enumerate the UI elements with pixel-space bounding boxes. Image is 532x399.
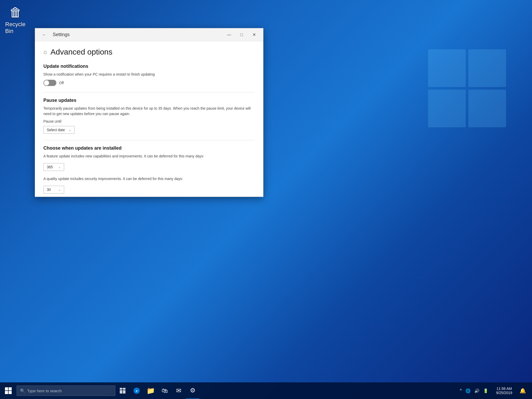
page-title: Advanced options: [50, 48, 112, 56]
pause-updates-heading: Pause updates: [43, 98, 255, 103]
task-view-button[interactable]: [116, 382, 129, 399]
maximize-button[interactable]: □: [236, 29, 248, 41]
title-bar: ← Settings — □ ✕: [35, 28, 263, 41]
divider-2: [43, 140, 255, 140]
title-bar-controls: — □ ✕: [223, 29, 260, 41]
window-title: Settings: [53, 32, 70, 37]
pause-until-label: Pause until: [43, 119, 255, 123]
feature-days-value: 365: [47, 165, 53, 169]
update-notifications-desc: Show a notification when your PC require…: [43, 72, 255, 77]
volume-icon[interactable]: 🔊: [473, 387, 481, 394]
section-choose-when: Choose when updates are installed A feat…: [43, 145, 255, 194]
recycle-bin-label: Recycle Bin: [5, 21, 26, 35]
quality-days-value: 30: [47, 188, 51, 192]
tray-chevron[interactable]: ^: [458, 387, 463, 394]
back-button[interactable]: ←: [38, 29, 50, 41]
search-placeholder: Type here to search: [27, 389, 112, 393]
notification-icon: 🔔: [520, 388, 526, 394]
store-button[interactable]: 🛍: [158, 382, 171, 399]
recycle-bin[interactable]: 🗑 Recycle Bin: [5, 5, 26, 35]
choose-when-heading: Choose when updates are installed: [43, 145, 255, 151]
svg-rect-4: [5, 387, 8, 390]
taskbar-right: ^ 🌐 🔊 🔋 11:56 AM 9/25/2019 🔔: [456, 382, 531, 399]
pause-until-value: Select date: [47, 128, 65, 132]
explorer-button[interactable]: 📁: [144, 382, 157, 399]
svg-rect-0: [428, 49, 466, 87]
pause-until-dropdown[interactable]: Select date ⌄: [43, 126, 75, 134]
clock[interactable]: 11:56 AM 9/25/2019: [493, 382, 515, 399]
pause-updates-desc: Temporarily pause updates from being ins…: [43, 106, 255, 117]
notification-button[interactable]: 🔔: [516, 382, 529, 399]
settings-taskbar-button[interactable]: ⚙: [186, 382, 200, 399]
settings-window: ← Settings — □ ✕ ⌂ Advanced options Upda…: [35, 28, 263, 197]
section-update-notifications: Update notifications Show a notification…: [43, 64, 255, 86]
svg-rect-10: [120, 390, 122, 394]
svg-rect-7: [9, 391, 12, 394]
svg-rect-8: [120, 388, 122, 390]
svg-rect-6: [5, 391, 8, 394]
notification-toggle-row: Off: [43, 80, 255, 86]
notification-toggle[interactable]: [43, 80, 56, 86]
minimize-button[interactable]: —: [223, 29, 235, 41]
battery-icon[interactable]: 🔋: [482, 387, 490, 394]
update-notifications-heading: Update notifications: [43, 64, 255, 69]
svg-rect-1: [468, 49, 506, 87]
title-bar-left: ← Settings: [38, 29, 70, 41]
start-button[interactable]: [1, 382, 16, 399]
home-icon[interactable]: ⌂: [43, 49, 47, 55]
clock-time: 11:56 AM: [496, 387, 512, 391]
taskbar: 🔍 Type here to search e 📁 🛍 ✉ ⚙ ^: [0, 382, 532, 399]
mail-button[interactable]: ✉: [172, 382, 185, 399]
svg-rect-11: [123, 390, 125, 394]
feature-days-arrow: ⌄: [58, 165, 61, 169]
pause-until-arrow: ⌄: [69, 128, 71, 132]
svg-rect-5: [9, 387, 12, 390]
search-icon: 🔍: [20, 388, 25, 393]
section-pause-updates: Pause updates Temporarily pause updates …: [43, 98, 255, 134]
divider-1: [43, 92, 255, 92]
edge-button[interactable]: e: [130, 382, 143, 399]
feature-update-desc: A feature update includes new capabiliti…: [43, 154, 255, 159]
quality-update-desc: A quality update includes security impro…: [43, 176, 255, 182]
page-header: ⌂ Advanced options: [43, 48, 255, 56]
svg-rect-3: [468, 90, 506, 127]
quality-days-dropdown[interactable]: 30 ⌄: [43, 186, 64, 194]
windows-logo: [425, 47, 509, 130]
network-icon[interactable]: 🌐: [464, 387, 472, 394]
feature-days-dropdown[interactable]: 365 ⌄: [43, 163, 64, 171]
notification-toggle-label: Off: [59, 81, 64, 85]
svg-rect-9: [123, 388, 125, 390]
svg-rect-2: [428, 90, 466, 127]
close-button[interactable]: ✕: [248, 29, 260, 41]
recycle-bin-icon: 🗑: [9, 5, 22, 19]
settings-content: ⌂ Advanced options Update notifications …: [35, 41, 263, 197]
svg-text:e: e: [136, 389, 137, 393]
clock-date: 9/25/2019: [496, 391, 512, 395]
system-tray: ^ 🌐 🔊 🔋: [456, 382, 492, 399]
quality-days-arrow: ⌄: [58, 188, 61, 191]
search-bar[interactable]: 🔍 Type here to search: [17, 385, 115, 396]
